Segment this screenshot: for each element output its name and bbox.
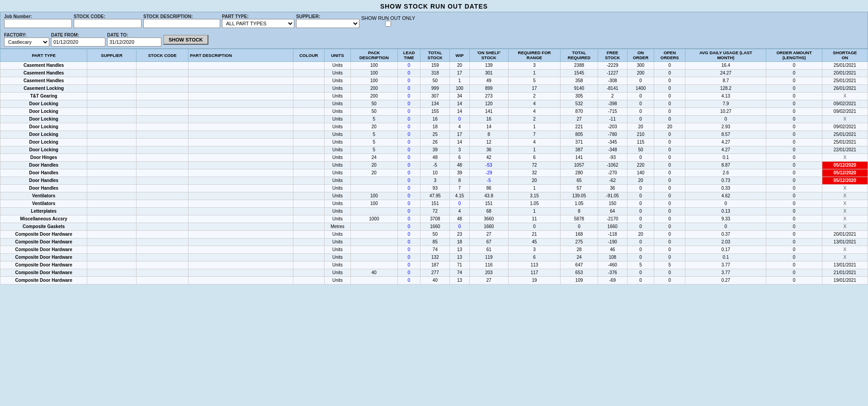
table-cell	[189, 154, 293, 161]
table-cell	[136, 200, 189, 207]
show-stock-button[interactable]: SHOW STOCK	[163, 35, 208, 45]
date-from-input[interactable]	[51, 37, 105, 47]
table-cell	[136, 184, 189, 192]
table-cell: Units	[325, 253, 351, 261]
supplier-select[interactable]	[296, 19, 359, 28]
table-cell: 139	[469, 61, 508, 69]
table-cell: 74	[420, 246, 450, 253]
table-cell: 0	[654, 169, 685, 177]
table-cell: 6	[450, 154, 469, 161]
part-type-select[interactable]: ALL PART TYPES	[222, 19, 294, 28]
table-cell: 14	[450, 107, 469, 115]
table-cell: 0	[627, 246, 654, 253]
page-title: SHOW STOCK RUN OUT DATES	[0, 0, 868, 12]
factory-select[interactable]: Castlecary	[4, 37, 49, 47]
table-row: LetterplatesUnits0724681864000.130X	[0, 207, 868, 215]
table-cell: X	[822, 115, 868, 123]
col-header-totalreq: TOTALREQUIRED	[561, 49, 598, 62]
table-cell: 28	[561, 246, 598, 253]
table-cell: X	[822, 253, 868, 261]
table-cell: 09/02/2021	[822, 123, 868, 131]
table-cell: 42	[469, 154, 508, 161]
table-cell	[189, 107, 293, 115]
table-cell	[350, 238, 397, 246]
table-cell: 0	[397, 161, 420, 169]
table-cell: 0	[397, 184, 420, 192]
stock-code-input[interactable]	[74, 19, 142, 28]
table-cell	[189, 138, 293, 146]
col-header-onorder: ONORDER	[627, 49, 654, 62]
table-cell: Units	[325, 161, 351, 169]
stock-desc-input[interactable]	[143, 19, 220, 28]
date-to-group: DATE TO:	[107, 33, 161, 47]
table-cell: 0	[766, 92, 822, 100]
table-cell: 10.27	[685, 107, 766, 115]
table-cell: 0	[397, 261, 420, 269]
factory-label: FACTORY:	[4, 33, 27, 37]
table-cell: 187	[420, 261, 450, 269]
table-row: Composite Door HardwareUnits400277742031…	[0, 269, 868, 276]
table-cell	[87, 77, 136, 84]
table-cell	[136, 69, 189, 77]
table-cell: -69	[598, 276, 627, 284]
table-cell: 0	[397, 207, 420, 215]
table-cell: 8.57	[685, 131, 766, 138]
date-to-input[interactable]	[107, 37, 161, 47]
table-cell	[87, 154, 136, 161]
col-header-supplier: SUPPLIER	[87, 49, 136, 62]
table-cell: 25	[420, 131, 450, 138]
table-cell: 48	[420, 154, 450, 161]
table-cell: Units	[325, 84, 351, 92]
table-cell: 387	[561, 146, 598, 154]
table-cell	[189, 146, 293, 154]
table-cell	[293, 131, 325, 138]
table-cell: -5	[420, 161, 450, 169]
table-cell: 109	[561, 276, 598, 284]
table-cell: 24	[350, 154, 397, 161]
table-cell: 0.27	[685, 276, 766, 284]
table-cell	[293, 115, 325, 123]
table-cell: 05/12/2020	[822, 177, 868, 184]
table-cell: Ventilators	[0, 200, 87, 207]
table-cell	[293, 154, 325, 161]
table-cell	[87, 161, 136, 169]
table-cell: 0	[766, 269, 822, 276]
table-row: Door HandlesUnits2001039-2932280-2701400…	[0, 169, 868, 177]
table-cell	[189, 61, 293, 69]
table-cell: 19	[508, 276, 560, 284]
table-cell: 46	[598, 246, 627, 253]
table-cell	[136, 100, 189, 107]
table-cell: 0	[654, 238, 685, 246]
table-row: Door LockingUnits500155141414870-7150010…	[0, 107, 868, 115]
table-cell: 200	[627, 69, 654, 77]
table-cell: 8.7	[685, 77, 766, 84]
table-cell: Door Locking	[0, 100, 87, 107]
table-cell: 0	[685, 200, 766, 207]
table-cell: 17	[450, 69, 469, 77]
table-cell: Units	[325, 269, 351, 276]
table-cell: 0	[766, 115, 822, 123]
table-cell: 0	[685, 223, 766, 230]
table-cell	[136, 276, 189, 284]
show-runout-checkbox[interactable]	[385, 21, 391, 27]
table-cell: 0	[766, 246, 822, 253]
table-cell: 0	[766, 276, 822, 284]
table-cell: 0	[397, 154, 420, 161]
table-cell: 05/12/2020	[822, 161, 868, 169]
table-cell	[293, 184, 325, 192]
table-cell: 4	[508, 100, 560, 107]
table-cell: -1227	[598, 69, 627, 77]
table-cell: 100	[350, 77, 397, 84]
table-cell	[350, 253, 397, 261]
table-cell: Units	[325, 177, 351, 184]
table-cell: 0	[397, 123, 420, 131]
table-cell: Units	[325, 184, 351, 192]
table-cell: Door Handles	[0, 177, 87, 184]
table-cell: 3.77	[685, 269, 766, 276]
table-cell: 0	[654, 77, 685, 84]
table-cell: X	[822, 192, 868, 200]
job-number-input[interactable]	[4, 19, 72, 28]
table-cell: 9.33	[685, 215, 766, 223]
table-cell: Units	[325, 77, 351, 84]
table-cell	[87, 61, 136, 69]
